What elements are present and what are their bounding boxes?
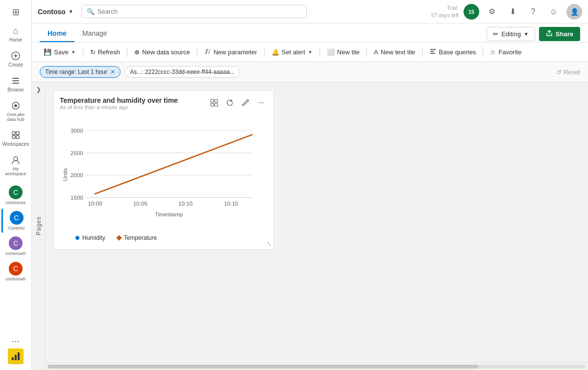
svg-rect-4 (12, 80, 19, 81)
share-button[interactable]: Share (539, 27, 580, 41)
tab-manage[interactable]: Manage (74, 25, 115, 42)
sidebar-toggle-button[interactable]: ❯ (36, 86, 41, 93)
chart-refresh-button[interactable] (223, 96, 236, 109)
toolbar-separator-7 (422, 47, 423, 57)
chart-tile-actions: ··· (208, 96, 268, 109)
temperature-color-diamond (116, 235, 122, 241)
new-text-tile-button[interactable]: A New text tile (370, 46, 419, 58)
svg-rect-18 (430, 53, 435, 54)
base-queries-icon (430, 48, 437, 56)
nav-more-button[interactable]: ··· (12, 335, 20, 347)
new-text-tile-icon: A (374, 48, 378, 56)
nav-browse-button[interactable]: Browse (1, 72, 30, 95)
humidity-color-dot (75, 236, 79, 240)
workspace-contosoeh2[interactable]: C contosoeh (1, 259, 30, 284)
workspace-contosoeh[interactable]: C contosoeh (1, 234, 30, 258)
svg-rect-10 (12, 136, 15, 139)
dashboard-canvas: Temperature and humidity over time As of… (46, 82, 588, 362)
top-bar: Contoso ▼ 🔍 Trial: 57 days left 15 ⚙ (32, 0, 588, 23)
nav-rail: ⊞ ⌂ Home Create (0, 0, 32, 370)
svg-text:2000: 2000 (71, 172, 83, 178)
feedback-icon: ☺ (550, 7, 558, 16)
set-alert-button[interactable]: 🔔 Set alert ▼ (268, 46, 317, 58)
horizontal-scrollbar[interactable] (46, 362, 588, 370)
edit-icon: ✏ (493, 30, 498, 38)
top-bar-right: Trial: 57 days left 15 ⚙ ⬇ ? ☺ (431, 4, 582, 20)
chart-edit-button[interactable] (239, 96, 252, 109)
help-button[interactable]: ? (525, 4, 541, 20)
share-feedback-button[interactable]: ☺ (546, 4, 562, 20)
tile-resize-handle[interactable]: ⤡ (267, 240, 271, 247)
chart-more-button[interactable]: ··· (255, 96, 268, 109)
svg-point-12 (14, 157, 18, 161)
download-button[interactable]: ⬇ (505, 4, 520, 20)
svg-rect-15 (18, 352, 20, 360)
nav-onelake-button[interactable]: OneLake data hub (1, 97, 30, 125)
scrollbar-thumb[interactable] (48, 365, 478, 369)
reset-button[interactable]: ↺ Reset (556, 69, 580, 76)
favorite-button[interactable]: ☆ Favorite (486, 46, 525, 58)
svg-rect-20 (215, 99, 218, 102)
workspaces-icon (10, 130, 21, 140)
svg-text:1500: 1500 (71, 194, 83, 201)
workspace-contoso[interactable]: C Contoso (1, 208, 30, 233)
settings-button[interactable]: ⚙ (484, 4, 500, 20)
workspace-selector[interactable]: Contoso ▼ (38, 8, 74, 16)
svg-point-7 (14, 104, 17, 107)
new-parameter-icon (204, 48, 211, 56)
content-header: Home Manage ✏ Editing ▼ Share (32, 23, 588, 43)
trial-badge: Trial: 57 days left (431, 4, 459, 19)
new-data-source-icon: ⊕ (134, 48, 140, 56)
nav-my-workspace-button[interactable]: My workspace (1, 152, 30, 179)
toolbar-separator-3 (197, 47, 197, 57)
user-avatar[interactable]: 👤 (566, 4, 582, 20)
new-data-source-button[interactable]: ⊕ New data source (130, 46, 194, 58)
search-bar[interactable]: 🔍 (81, 5, 307, 18)
time-range-filter[interactable]: Time range: Last 1 hour ✕ (40, 66, 121, 78)
asset-filter[interactable]: As...: 2222cccc-33dd-eeee-ff44-aaaaa... (124, 66, 240, 78)
chart-legend: Humidity Temperature (60, 231, 268, 243)
chevron-down-icon: ▼ (69, 9, 74, 14)
svg-text:Timestamp: Timestamp (155, 211, 183, 217)
svg-line-38 (95, 135, 252, 194)
svg-rect-9 (16, 132, 19, 135)
base-queries-button[interactable]: Base queries (426, 46, 480, 59)
chart-grid-button[interactable] (208, 96, 220, 109)
refresh-icon: ↻ (90, 48, 96, 56)
toolbar-separator-4 (264, 47, 265, 57)
notification-button[interactable]: 15 (464, 4, 479, 20)
time-filter-x-icon: ✕ (110, 69, 115, 75)
svg-text:Units: Units (62, 168, 68, 181)
avatar-icon: 👤 (570, 8, 579, 16)
new-tile-button[interactable]: ⬜ New tile (323, 46, 364, 58)
svg-text:2500: 2500 (71, 150, 83, 156)
toolbar: 💾 Save ▼ ↻ Refresh ⊕ New data source (32, 43, 588, 62)
toolbar-separator-2 (127, 47, 127, 57)
apps-icon: ⊞ (10, 7, 21, 18)
nav-apps-button[interactable]: ⊞ (1, 4, 30, 21)
star-icon: ☆ (490, 48, 496, 56)
nav-home-button[interactable]: ⌂ Home (1, 23, 30, 46)
svg-rect-19 (211, 99, 214, 102)
search-icon: 🔍 (87, 8, 95, 15)
filter-bar: Time range: Last 1 hour ✕ As...: 2222ccc… (32, 62, 588, 82)
nav-create-button[interactable]: Create (1, 47, 30, 70)
workspace-contosoeh-icon: C (9, 236, 23, 250)
reset-icon: ↺ (556, 69, 562, 76)
svg-rect-14 (15, 355, 17, 360)
main-area: Contoso ▼ 🔍 Trial: 57 days left 15 ⚙ (32, 0, 588, 370)
editing-button[interactable]: ✏ Editing ▼ (487, 27, 535, 41)
search-input[interactable] (98, 8, 301, 15)
tab-row: Home Manage ✏ Editing ▼ Share (32, 23, 588, 42)
workspace-contosoes[interactable]: C contosoes (1, 183, 30, 208)
gear-icon: ⚙ (489, 7, 495, 16)
nav-workspaces-button[interactable]: Workspaces (1, 127, 30, 150)
refresh-button[interactable]: ↻ Refresh (86, 46, 124, 58)
save-button[interactable]: 💾 Save ▼ (40, 46, 80, 58)
pages-label: Pages (35, 216, 42, 235)
workspace-contosoeh2-icon: C (9, 262, 23, 276)
help-icon: ? (531, 7, 536, 16)
new-parameter-button[interactable]: New parameter (200, 46, 261, 59)
svg-text:3000: 3000 (71, 127, 83, 134)
tab-home[interactable]: Home (40, 25, 74, 42)
